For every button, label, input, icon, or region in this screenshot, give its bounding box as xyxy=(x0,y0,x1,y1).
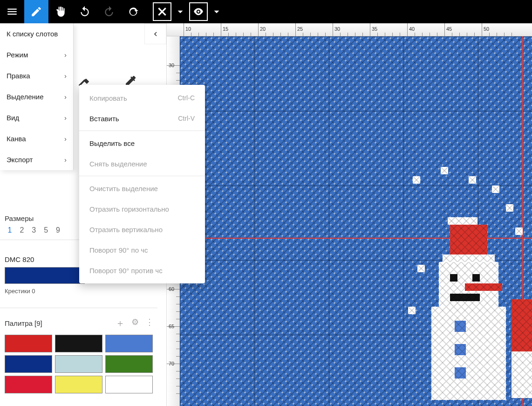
pixel-snow xyxy=(408,307,416,314)
pixel-hat-base xyxy=(443,255,495,262)
palette-color-5[interactable] xyxy=(105,355,153,373)
menu-button[interactable] xyxy=(0,0,24,23)
palette-add-button[interactable]: ＋ xyxy=(116,317,125,330)
palette-section: Палитра [9] ＋ ⚙ ⋮ xyxy=(5,316,158,393)
menu-rotate-cw[interactable]: Поворот 90° по чс xyxy=(79,240,205,260)
pencil-tool-button[interactable] xyxy=(24,0,48,23)
refresh-button[interactable] xyxy=(121,0,145,23)
pixel-snow xyxy=(492,186,499,193)
menu-edit[interactable]: Правка› xyxy=(0,65,73,86)
stitch-board[interactable] xyxy=(180,36,532,406)
pixel-snow xyxy=(506,204,513,212)
canvas-area: 101520253035404550 303540455055606570 xyxy=(167,23,532,406)
pixel-side xyxy=(512,299,532,351)
symbol-dropdown-button[interactable] xyxy=(173,0,187,23)
palette-color-8[interactable] xyxy=(105,376,153,393)
palette-color-0[interactable] xyxy=(5,335,52,352)
size-9[interactable]: 9 xyxy=(53,226,63,234)
menu-clear-selection[interactable]: Очистить выделение xyxy=(79,178,205,199)
pixel-button xyxy=(455,344,466,355)
pixel-eye xyxy=(450,274,457,282)
palette-color-3[interactable] xyxy=(5,355,52,373)
menu-deselect[interactable]: Снять выделение xyxy=(79,153,205,174)
palette-color-7[interactable] xyxy=(55,376,102,393)
chevron-right-icon: › xyxy=(64,72,67,80)
symbol-toggle-button[interactable] xyxy=(153,2,171,21)
menu-selection[interactable]: Выделение› xyxy=(0,86,73,107)
pixel-button xyxy=(455,321,466,332)
chevron-right-icon: › xyxy=(64,156,67,164)
palette-color-4[interactable] xyxy=(55,355,102,373)
stitch-count: Крестики 0 xyxy=(5,288,154,295)
pixel-button xyxy=(455,367,466,378)
menu-select-all[interactable]: Выделить все xyxy=(79,133,205,153)
pixel-hat-brim xyxy=(448,217,477,225)
pixel-hat xyxy=(450,225,487,255)
menu-mode[interactable]: Режим› xyxy=(0,44,73,65)
size-1[interactable]: 1 xyxy=(5,226,15,234)
preview-dropdown-button[interactable] xyxy=(210,0,224,23)
edit-submenu: КопироватьCtrl-C ВставитьCtrl-V Выделить… xyxy=(79,85,205,283)
menu-export[interactable]: Экспорт› xyxy=(0,149,73,170)
chevron-right-icon: › xyxy=(64,93,67,101)
palette-color-2[interactable] xyxy=(105,335,153,352)
pixel-snow xyxy=(469,176,476,184)
pixel-snow xyxy=(413,176,420,184)
size-2[interactable]: 2 xyxy=(17,226,27,234)
palette-color-6[interactable] xyxy=(5,376,52,393)
menu-copy[interactable]: КопироватьCtrl-C xyxy=(79,88,205,108)
pixel-snow xyxy=(417,265,425,272)
pixel-snow xyxy=(441,167,448,174)
palette-title: Палитра [9] xyxy=(5,319,42,327)
preview-toggle-button[interactable] xyxy=(189,2,208,21)
size-3[interactable]: 3 xyxy=(29,226,39,234)
chevron-right-icon: › xyxy=(64,114,67,122)
menu-flip-vertical[interactable]: Отразить вертикально xyxy=(79,219,205,240)
menu-rotate-ccw[interactable]: Поворот 90° против чс xyxy=(79,260,205,281)
menu-view[interactable]: Вид› xyxy=(0,107,73,128)
pixel-body xyxy=(431,307,506,400)
palette-color-1[interactable] xyxy=(55,335,102,352)
menu-back-to-slots[interactable]: К списку слотов xyxy=(0,23,73,44)
pixel-side2 xyxy=(512,351,532,398)
palette-settings-button[interactable]: ⚙ xyxy=(131,317,139,330)
horizontal-ruler: 101520253035404550 xyxy=(167,23,532,36)
palette-more-button[interactable]: ⋮ xyxy=(145,317,154,330)
pixel-nose xyxy=(465,283,502,291)
menu-paste[interactable]: ВставитьCtrl-V xyxy=(79,108,205,129)
pixel-mouth xyxy=(450,294,480,301)
undo-button[interactable] xyxy=(73,0,97,23)
chevron-right-icon: › xyxy=(64,51,67,59)
panel-collapse-button[interactable] xyxy=(144,23,166,44)
hand-tool-button[interactable] xyxy=(48,0,73,23)
size-5[interactable]: 5 xyxy=(41,226,51,234)
chevron-right-icon: › xyxy=(64,135,67,143)
main-menu-flyout: К списку слотов Режим› Правка› Выделение… xyxy=(0,23,74,170)
menu-canvas[interactable]: Канва› xyxy=(0,128,73,149)
color-swatch[interactable] xyxy=(5,267,85,284)
pixel-snow xyxy=(515,227,523,235)
pixel-eye xyxy=(472,274,480,282)
redo-button[interactable] xyxy=(97,0,121,23)
menu-flip-horizontal[interactable]: Отразить горизонтально xyxy=(79,199,205,219)
top-toolbar xyxy=(0,0,532,23)
